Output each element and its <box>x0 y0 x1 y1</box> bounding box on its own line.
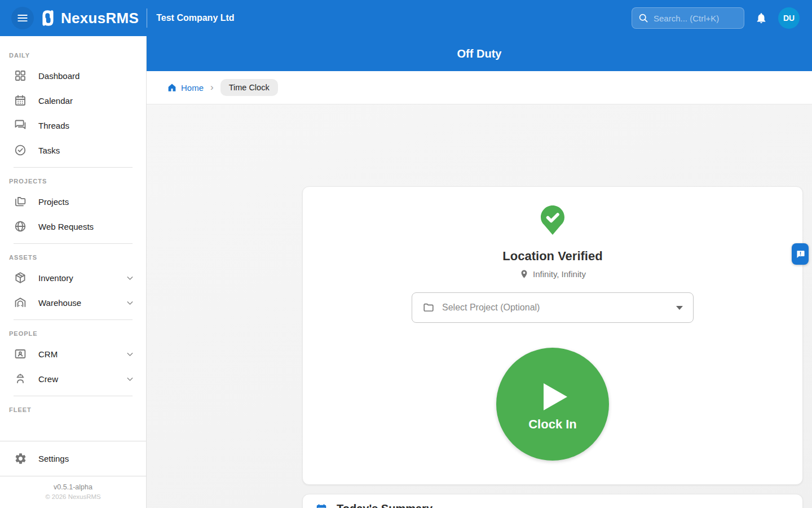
breadcrumb-home-label: Home <box>181 83 204 93</box>
chevron-down-icon <box>125 273 135 283</box>
section-label-fleet: FLEET <box>0 406 146 413</box>
breadcrumb-separator: › <box>210 82 214 93</box>
sidebar-item-label: Inventory <box>38 273 73 283</box>
search-input[interactable] <box>654 14 738 23</box>
folder-icon <box>422 301 435 314</box>
sidebar-item-label: Warehouse <box>38 298 81 308</box>
version-area: v0.5.1-alpha © 2026 NexusRMS <box>0 476 146 500</box>
sidebar-item-calendar[interactable]: Calendar <box>0 88 146 113</box>
clock-in-button[interactable]: Clock In <box>496 348 609 461</box>
project-select[interactable]: Select Project (Optional) <box>412 292 694 323</box>
section-label-projects: PROJECTS <box>0 178 146 185</box>
pin-check-icon <box>540 205 566 235</box>
project-select-placeholder: Select Project (Optional) <box>442 303 540 313</box>
sidebar-item-crew[interactable]: Crew <box>0 366 146 391</box>
sidebar-item-label: Tasks <box>38 146 60 155</box>
location-row: Infinity, Infinity <box>303 269 802 279</box>
sidebar-item-label: Threads <box>38 121 69 130</box>
sidebar-item-inventory[interactable]: Inventory <box>0 265 146 290</box>
sidebar-item-projects[interactable]: Projects <box>0 189 146 214</box>
breadcrumb-current[interactable]: Time Clock <box>220 79 278 96</box>
chevron-down-icon <box>125 349 135 359</box>
duty-status-banner: Off Duty <box>147 36 812 71</box>
sidebar-item-label: CRM <box>38 349 58 359</box>
sidebar-divider <box>14 396 133 396</box>
app-title: NexusRMS <box>61 10 139 27</box>
sidebar-bottom-panel: Settings v0.5.1-alpha © 2026 NexusRMS <box>0 441 146 508</box>
sidebar-item-dashboard[interactable]: Dashboard <box>0 63 146 88</box>
globe-icon <box>14 220 27 233</box>
location-status-title: Location Verified <box>303 249 802 264</box>
search-icon <box>638 12 649 24</box>
crew-icon <box>14 372 27 386</box>
duty-status-text: Off Duty <box>457 47 502 60</box>
chevron-down-icon <box>125 298 135 308</box>
header-divider <box>147 8 147 28</box>
breadcrumb-home-link[interactable]: Home <box>167 82 204 93</box>
chevron-down-icon <box>125 374 135 384</box>
menu-icon <box>16 12 29 24</box>
play-icon <box>542 382 568 411</box>
location-pin-icon <box>519 269 529 279</box>
menu-button[interactable] <box>11 7 34 29</box>
calendar-filled-icon <box>315 503 328 508</box>
breadcrumb: Home › Time Clock <box>147 71 812 104</box>
feedback-bubble-icon <box>796 249 805 259</box>
sidebar-item-tasks[interactable]: Tasks <box>0 138 146 163</box>
projects-icon <box>14 195 27 208</box>
header-actions: DU <box>632 7 812 29</box>
sidebar-nav: DAILYDashboardCalendarThreadsTasksPROJEC… <box>0 36 146 441</box>
sidebar-item-crm[interactable]: CRM <box>0 341 146 366</box>
warehouse-icon <box>14 296 27 309</box>
threads-icon <box>14 119 27 132</box>
sidebar-item-label: Crew <box>38 374 58 384</box>
home-icon <box>167 82 177 93</box>
main-area: Off Duty Home › Time Clock Location Veri… <box>147 36 812 508</box>
app-logo[interactable]: NexusRMS <box>38 8 139 28</box>
sidebar-item-label: Web Requests <box>38 222 94 231</box>
crm-icon <box>14 347 27 361</box>
app-version: v0.5.1-alpha <box>0 483 146 491</box>
sidebar-divider <box>14 319 133 320</box>
clock-in-label: Clock In <box>528 417 577 432</box>
sidebar-item-label: Projects <box>38 197 69 207</box>
sidebar-divider <box>14 167 133 168</box>
feedback-button[interactable] <box>792 243 809 265</box>
app-header: NexusRMS Test Company Ltd DU <box>0 0 812 36</box>
section-label-assets: ASSETS <box>0 254 146 261</box>
sidebar: DAILYDashboardCalendarThreadsTasksPROJEC… <box>0 36 147 508</box>
sidebar-item-settings[interactable]: Settings <box>0 441 146 476</box>
company-name: Test Company Ltd <box>156 13 234 23</box>
inventory-icon <box>14 271 27 284</box>
settings-label: Settings <box>38 454 69 463</box>
location-text: Infinity, Infinity <box>533 269 586 279</box>
gear-icon <box>14 452 27 466</box>
summary-title: Today's Summary <box>337 502 433 508</box>
sidebar-item-web-requests[interactable]: Web Requests <box>0 214 146 239</box>
bell-icon <box>755 12 767 24</box>
section-label-daily: DAILY <box>0 52 146 59</box>
global-search[interactable] <box>632 7 744 29</box>
nexus-logo-icon <box>38 8 58 28</box>
caret-down-icon <box>676 306 683 310</box>
sidebar-item-label: Dashboard <box>38 71 80 81</box>
copyright: © 2026 NexusRMS <box>0 493 146 500</box>
dashboard-icon <box>14 69 27 82</box>
sidebar-item-warehouse[interactable]: Warehouse <box>0 290 146 315</box>
summary-card: Today's Summary <box>302 494 803 508</box>
content-area: Location Verified Infinity, Infinity Sel… <box>147 104 812 508</box>
sidebar-divider <box>14 243 133 244</box>
notifications-button[interactable] <box>750 7 773 29</box>
sidebar-item-label: Calendar <box>38 96 73 106</box>
tasks-icon <box>14 143 27 157</box>
user-avatar[interactable]: DU <box>778 7 800 29</box>
sidebar-item-threads[interactable]: Threads <box>0 113 146 138</box>
summary-card-header: Today's Summary <box>315 502 790 508</box>
time-clock-card: Location Verified Infinity, Infinity Sel… <box>302 186 803 485</box>
calendar-icon <box>14 94 27 107</box>
section-label-people: PEOPLE <box>0 330 146 337</box>
